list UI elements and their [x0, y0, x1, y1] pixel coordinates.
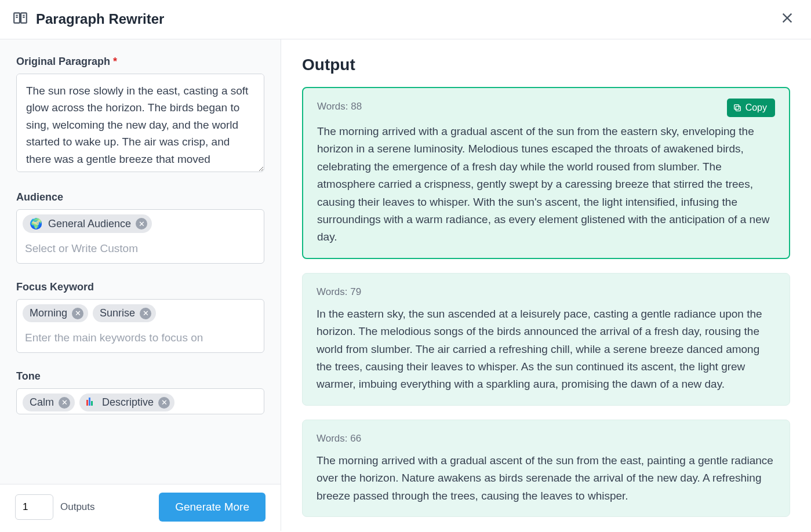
- close-button[interactable]: [781, 12, 794, 26]
- tag-label: Calm: [30, 396, 54, 409]
- output-card[interactable]: Words: 79In the eastern sky, the sun asc…: [302, 273, 790, 406]
- outputs-count-input[interactable]: [15, 494, 53, 520]
- tone-tag-1[interactable]: Descriptive✕: [79, 393, 174, 411]
- output-text: The morning arrived with a gradual ascen…: [317, 123, 775, 246]
- word-count: Words: 66: [317, 431, 361, 446]
- header: Paragraph Rewriter: [0, 0, 811, 39]
- page-title: Paragraph Rewriter: [36, 11, 164, 27]
- original-paragraph-label: Original Paragraph *: [16, 56, 264, 68]
- remove-tag-icon[interactable]: ✕: [72, 308, 83, 319]
- svg-rect-9: [734, 105, 739, 110]
- audience-label: Audience: [16, 191, 264, 203]
- copy-button[interactable]: Copy: [727, 99, 775, 117]
- output-card[interactable]: Words: 66The morning arrived with a grad…: [302, 420, 790, 517]
- audience-input[interactable]: [23, 236, 258, 262]
- output-card[interactable]: Words: 88CopyThe morning arrived with a …: [302, 87, 790, 259]
- copy-icon: [733, 103, 742, 112]
- right-panel[interactable]: Output Words: 88CopyThe morning arrived …: [281, 39, 811, 531]
- tone-tag-0[interactable]: Calm✕: [23, 393, 75, 411]
- book-icon: [13, 10, 28, 27]
- remove-tag-icon[interactable]: ✕: [59, 397, 70, 409]
- original-paragraph-input[interactable]: [16, 74, 264, 172]
- remove-tag-icon[interactable]: ✕: [158, 397, 170, 409]
- tone-label: Tone: [16, 370, 264, 382]
- audience-tagbox[interactable]: 🌍General Audience✕: [16, 209, 264, 264]
- tag-label: Sunrise: [100, 307, 135, 319]
- keyword-label: Focus Keyword: [16, 281, 264, 293]
- tag-label: General Audience: [48, 218, 131, 230]
- left-panel: Original Paragraph * Audience 🌍General A…: [0, 39, 281, 531]
- tone-tagbox[interactable]: Calm✕Descriptive✕: [16, 388, 264, 414]
- word-count: Words: 88: [317, 99, 362, 114]
- left-scroll[interactable]: Original Paragraph * Audience 🌍General A…: [0, 39, 281, 484]
- output-text: In the eastern sky, the sun ascended at …: [317, 305, 776, 393]
- keyword-input[interactable]: [23, 326, 258, 351]
- keyword-tag-0[interactable]: Morning✕: [23, 304, 88, 322]
- close-icon: [781, 12, 794, 24]
- bottom-bar: Outputs Generate More: [0, 484, 281, 531]
- audience-tag-0[interactable]: 🌍General Audience✕: [23, 214, 152, 233]
- tag-label: Descriptive: [102, 396, 154, 409]
- bars-icon: [86, 396, 96, 409]
- output-text: The morning arrived with a gradual ascen…: [317, 452, 776, 505]
- globe-icon: 🌍: [30, 217, 42, 230]
- svg-rect-8: [736, 106, 740, 111]
- keyword-tagbox[interactable]: Morning✕Sunrise✕: [16, 299, 264, 353]
- output-title: Output: [302, 56, 790, 74]
- word-count: Words: 79: [317, 284, 361, 300]
- generate-more-button[interactable]: Generate More: [159, 493, 266, 522]
- remove-tag-icon[interactable]: ✕: [136, 218, 147, 229]
- outputs-label: Outputs: [60, 501, 95, 513]
- remove-tag-icon[interactable]: ✕: [140, 308, 151, 319]
- keyword-tag-1[interactable]: Sunrise✕: [93, 304, 156, 322]
- tag-label: Morning: [30, 307, 67, 319]
